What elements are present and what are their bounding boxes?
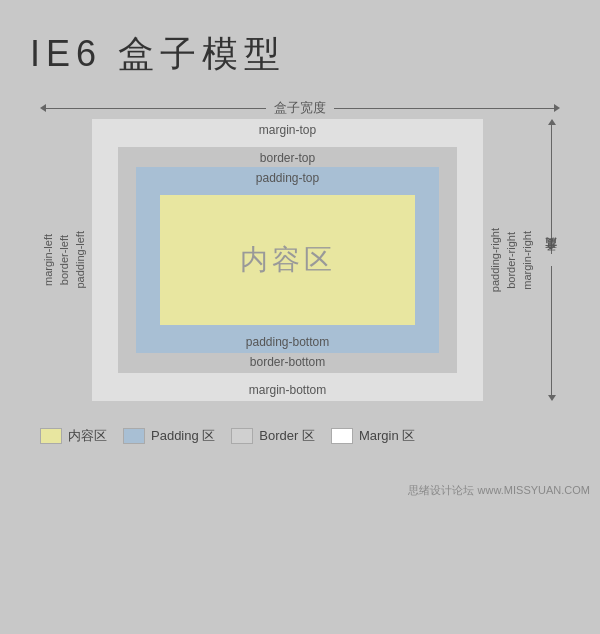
legend-content: 内容区: [40, 427, 107, 445]
box-width-arrow: 盒子宽度: [40, 99, 560, 117]
border-left-label: border-left: [56, 233, 72, 287]
box-model-diagram: 盒子宽度 margin-left border-left padding-lef…: [40, 99, 560, 401]
padding-left-label: padding-left: [72, 229, 88, 291]
legend-padding-label: Padding 区: [151, 427, 215, 445]
right-labels: padding-right border-right margin-right: [483, 119, 535, 401]
margin-right-label: margin-right: [519, 229, 535, 292]
legend-padding: Padding 区: [123, 427, 215, 445]
legend-margin: Margin 区: [331, 427, 415, 445]
legend-border: Border 区: [231, 427, 315, 445]
legend-content-box: [40, 428, 62, 444]
footer-text: 思绪设计论坛 www.MISSYUAN.COM: [0, 475, 600, 506]
box-width-label: 盒子宽度: [266, 99, 334, 117]
margin-top-label: margin-top: [92, 123, 483, 137]
padding-right-label: padding-right: [487, 226, 503, 294]
legend-margin-label: Margin 区: [359, 427, 415, 445]
margin-left-label: margin-left: [40, 232, 56, 288]
border-box: border-top padding-top 内容区 padding-botto…: [118, 147, 457, 373]
legend-padding-box: [123, 428, 145, 444]
content-label: 内容区: [240, 241, 336, 279]
legend-border-label: Border 区: [259, 427, 315, 445]
legend: 内容区 Padding 区 Border 区 Margin 区: [30, 417, 570, 455]
padding-box: padding-top 内容区 padding-bottom: [136, 167, 439, 353]
margin-bottom-label: margin-bottom: [92, 383, 483, 397]
padding-top-label: padding-top: [136, 171, 439, 185]
border-top-label: border-top: [118, 151, 457, 165]
legend-border-box: [231, 428, 253, 444]
margin-box: margin-top border-top padding-top 内容区 pa…: [92, 119, 483, 401]
box-height-arrow: 盒子高度: [535, 119, 560, 401]
padding-bottom-label: padding-bottom: [136, 335, 439, 349]
legend-margin-box: [331, 428, 353, 444]
box-height-label: 盒子高度: [543, 254, 560, 266]
content-box: 内容区: [160, 195, 415, 325]
legend-content-label: 内容区: [68, 427, 107, 445]
border-right-label: border-right: [503, 230, 519, 291]
left-labels: margin-left border-left padding-left: [40, 119, 92, 401]
border-bottom-label: border-bottom: [118, 355, 457, 369]
page-title: IE6 盒子模型: [30, 30, 570, 79]
